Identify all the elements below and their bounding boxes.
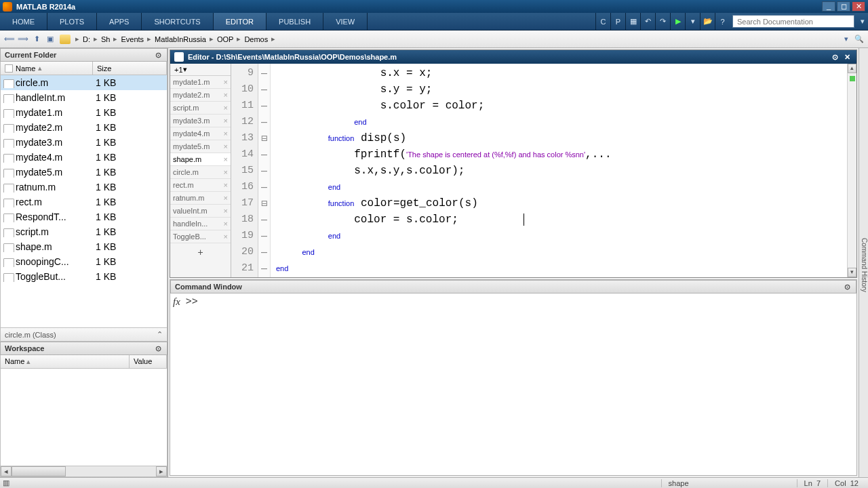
paste-button[interactable]: P bbox=[610, 13, 625, 30]
code-minimap[interactable]: ▴ ▾ bbox=[847, 64, 856, 277]
editor-tab[interactable]: valueInt.m× bbox=[170, 205, 231, 218]
file-row[interactable]: ratnum.m1 KB bbox=[1, 180, 167, 195]
file-row[interactable]: handleInt.m1 KB bbox=[1, 90, 167, 105]
breadcrumb[interactable]: MatlabInRussia bbox=[153, 35, 208, 43]
toolstrip-tab-plots[interactable]: PLOTS bbox=[47, 13, 97, 30]
editor-tab[interactable]: mydate3.m× bbox=[170, 115, 231, 127]
fx-icon[interactable]: fx bbox=[173, 296, 180, 472]
close-button[interactable]: ✕ bbox=[852, 1, 865, 12]
tab-close-icon[interactable]: × bbox=[224, 117, 228, 125]
detail-expand[interactable]: ⌃ bbox=[157, 330, 163, 339]
file-row[interactable]: mydate5.m1 KB bbox=[1, 165, 167, 180]
file-row[interactable]: rect.m1 KB bbox=[1, 195, 167, 209]
up-button[interactable]: ⬆ bbox=[30, 33, 43, 45]
file-row[interactable]: mydate3.m1 KB bbox=[1, 135, 167, 150]
editor-close-button[interactable]: ✕ bbox=[842, 53, 852, 62]
new-tab-button[interactable]: + bbox=[170, 243, 231, 261]
file-row[interactable]: circle.m1 KB bbox=[1, 75, 167, 90]
file-row[interactable]: ToggleBut...1 KB bbox=[1, 269, 167, 284]
run-more-button[interactable]: ▾ bbox=[685, 13, 700, 30]
file-row[interactable]: mydate1.m1 KB bbox=[1, 105, 167, 120]
col-name[interactable]: Name ▴ bbox=[1, 62, 93, 75]
expand-toolstrip-button[interactable]: ▾ bbox=[857, 13, 868, 30]
redo-button[interactable]: ↷ bbox=[655, 13, 670, 30]
toolstrip-tab-shortcuts[interactable]: SHORTCUTS bbox=[142, 13, 213, 30]
editor-tab[interactable]: mydate1.m× bbox=[170, 76, 231, 89]
open-folder-button[interactable]: 📂 bbox=[700, 13, 715, 30]
scroll-up[interactable]: ▴ bbox=[848, 64, 856, 73]
breadcrumb[interactable]: D: bbox=[81, 35, 92, 43]
scroll-right[interactable]: ▸ bbox=[156, 466, 167, 476]
tab-close-icon[interactable]: × bbox=[224, 155, 228, 163]
ws-col-name[interactable]: Name ▴ bbox=[1, 355, 130, 368]
tab-close-icon[interactable]: × bbox=[224, 91, 228, 99]
workspace-menu[interactable]: ⊙ bbox=[153, 344, 163, 353]
col-size[interactable]: Size bbox=[93, 62, 167, 75]
tab-close-icon[interactable]: × bbox=[224, 194, 228, 202]
fold-column[interactable]: – – – – ⊟ – – – ⊟ – – – – bbox=[258, 64, 271, 277]
breadcrumb[interactable]: OOP bbox=[216, 35, 235, 43]
scroll-left[interactable]: ◂ bbox=[1, 466, 12, 476]
help-button[interactable]: ? bbox=[715, 13, 730, 30]
editor-tab[interactable]: mydate5.m× bbox=[170, 140, 231, 153]
toolstrip-tab-apps[interactable]: APPS bbox=[97, 13, 142, 30]
toolstrip-tab-editor[interactable]: EDITOR bbox=[214, 13, 267, 30]
file-row[interactable]: mydate2.m1 KB bbox=[1, 120, 167, 135]
undo-button[interactable]: ↶ bbox=[640, 13, 655, 30]
command-window[interactable]: fx >> bbox=[170, 293, 856, 475]
breadcrumb[interactable]: Demos bbox=[243, 35, 269, 43]
code-text[interactable]: s.x = x; s.y = y; s.color = color; end f… bbox=[271, 64, 847, 277]
browse-button[interactable]: ▣ bbox=[43, 33, 57, 45]
tab-plus-row[interactable]: +1 ▾ bbox=[170, 64, 231, 76]
command-history-tab[interactable]: Command History bbox=[859, 48, 868, 477]
breadcrumb[interactable]: Sh bbox=[100, 35, 111, 43]
tab-close-icon[interactable]: × bbox=[224, 232, 228, 241]
back-button[interactable]: ⟸ bbox=[3, 33, 16, 45]
tab-close-icon[interactable]: × bbox=[224, 168, 228, 176]
search-path-button[interactable]: 🔍 bbox=[853, 35, 865, 43]
tab-close-icon[interactable]: × bbox=[224, 104, 228, 112]
scroll-down[interactable]: ▾ bbox=[848, 268, 856, 277]
scroll-thumb[interactable] bbox=[12, 466, 66, 476]
tab-close-icon[interactable]: × bbox=[224, 220, 228, 228]
tab-close-icon[interactable]: × bbox=[224, 129, 228, 138]
grid-button[interactable]: ▦ bbox=[625, 13, 640, 30]
editor-tab[interactable]: mydate4.m× bbox=[170, 127, 231, 140]
toolstrip-tab-publish[interactable]: PUBLISH bbox=[267, 13, 323, 30]
editor-tab[interactable]: circle.m× bbox=[170, 166, 231, 179]
workspace-body[interactable]: ◂ ▸ bbox=[0, 369, 167, 477]
editor-tab[interactable]: ToggleB...× bbox=[170, 230, 231, 243]
editor-tab[interactable]: rect.m× bbox=[170, 179, 231, 192]
editor-tab[interactable]: shape.m× bbox=[170, 153, 231, 166]
editor-tab[interactable]: handleIn...× bbox=[170, 218, 231, 230]
file-row[interactable]: shape.m1 KB bbox=[1, 239, 167, 254]
tab-close-icon[interactable]: × bbox=[224, 181, 228, 189]
current-folder-menu[interactable]: ⊙ bbox=[153, 51, 163, 60]
command-window-menu[interactable]: ⊙ bbox=[842, 283, 852, 291]
ws-col-value[interactable]: Value bbox=[130, 355, 167, 368]
toolstrip-tab-home[interactable]: HOME bbox=[0, 13, 47, 30]
editor-tab[interactable]: script.m× bbox=[170, 102, 231, 115]
file-row[interactable]: script.m1 KB bbox=[1, 224, 167, 239]
code-area[interactable]: 9 10 11 12 13 14 15 16 17 18 19 20 21 – … bbox=[231, 64, 856, 277]
file-list[interactable]: circle.m1 KBhandleInt.m1 KBmydate1.m1 KB… bbox=[0, 75, 167, 328]
breadcrumb[interactable]: Events bbox=[119, 35, 145, 43]
restore-button[interactable]: ◻ bbox=[837, 1, 850, 12]
forward-button[interactable]: ⟹ bbox=[16, 33, 30, 45]
file-row[interactable]: RespondT...1 KB bbox=[1, 209, 167, 224]
editor-tab[interactable]: mydate2.m× bbox=[170, 89, 231, 102]
file-row[interactable]: mydate4.m1 KB bbox=[1, 150, 167, 165]
workspace-scrollbar[interactable]: ◂ ▸ bbox=[1, 466, 167, 476]
search-input[interactable] bbox=[732, 15, 854, 28]
tab-close-icon[interactable]: × bbox=[224, 207, 228, 215]
path-dropdown[interactable]: ▾ bbox=[840, 33, 853, 45]
copy-button[interactable]: C bbox=[595, 13, 610, 30]
run-button[interactable]: ▶ bbox=[670, 13, 685, 30]
tab-close-icon[interactable]: × bbox=[224, 142, 228, 150]
editor-tab[interactable]: ratnum.m× bbox=[170, 192, 231, 205]
file-row[interactable]: snoopingC...1 KB bbox=[1, 254, 167, 269]
editor-dock-button[interactable]: ⊙ bbox=[829, 53, 840, 62]
minimize-button[interactable]: _ bbox=[822, 1, 835, 12]
toolstrip-tab-view[interactable]: VIEW bbox=[323, 13, 368, 30]
tab-close-icon[interactable]: × bbox=[224, 78, 228, 86]
